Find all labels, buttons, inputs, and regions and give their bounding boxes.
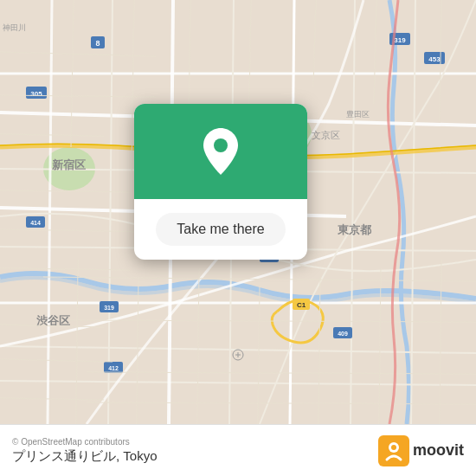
svg-text:319: 319 <box>104 305 114 311</box>
svg-text:文京区: 文京区 <box>312 130 340 140</box>
location-pin-icon <box>200 126 241 177</box>
svg-text:412: 412 <box>108 365 119 371</box>
bottom-info: © OpenStreetMap contributors プリンス通りビル, T… <box>12 437 158 465</box>
popup-body: Take me there <box>134 199 307 260</box>
svg-text:305: 305 <box>30 90 42 98</box>
svg-text:414: 414 <box>30 220 41 226</box>
popup-card: Take me there <box>134 104 307 260</box>
svg-text:8: 8 <box>95 39 100 48</box>
popup-header <box>134 104 307 199</box>
moovit-icon <box>378 435 409 466</box>
svg-text:319: 319 <box>394 36 406 44</box>
bottom-bar: © OpenStreetMap contributors プリンス通りビル, T… <box>0 424 476 476</box>
svg-text:453: 453 <box>428 55 441 63</box>
svg-text:豊田区: 豊田区 <box>346 110 370 119</box>
attribution-text: © OpenStreetMap contributors <box>12 437 158 447</box>
location-name: プリンス通りビル, Tokyo <box>12 448 158 465</box>
moovit-brand-text: moovit <box>413 441 464 460</box>
svg-text:409: 409 <box>338 331 348 337</box>
svg-text:C1: C1 <box>297 301 306 309</box>
svg-text:新宿区: 新宿区 <box>52 158 86 171</box>
svg-point-80 <box>214 138 228 152</box>
map-container: 8 319 453 305 302 414 414 246 319 C1 409… <box>0 0 476 424</box>
svg-text:東京都: 東京都 <box>338 223 372 236</box>
take-me-there-button[interactable]: Take me there <box>156 213 285 246</box>
moovit-logo: moovit <box>378 435 464 466</box>
svg-point-83 <box>391 445 396 450</box>
svg-text:神田川: 神田川 <box>3 23 26 32</box>
